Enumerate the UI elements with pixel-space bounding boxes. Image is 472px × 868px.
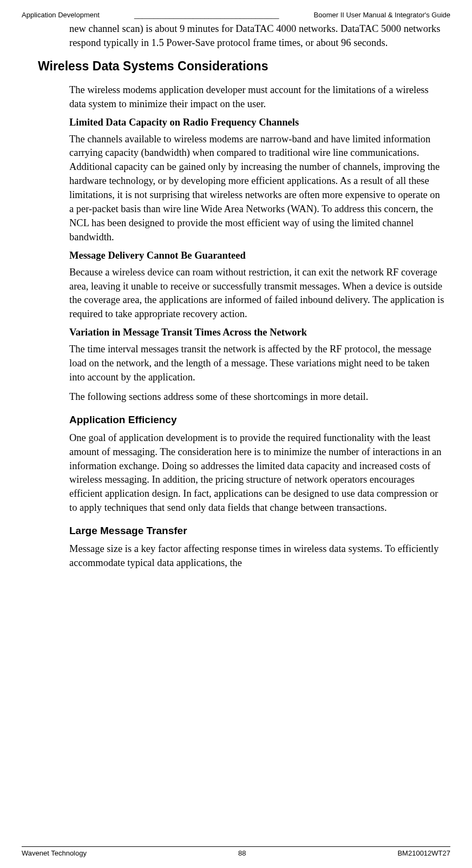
section-heading-wireless: Wireless Data Systems Considerations bbox=[38, 59, 445, 74]
page-footer: Wavenet Technology 88 BM210012WT27 bbox=[22, 846, 450, 857]
intro-paragraph: new channel scan) is about 9 minutes for… bbox=[69, 22, 445, 50]
bold-heading-message-delivery: Message Delivery Cannot Be Guaranteed bbox=[69, 250, 445, 261]
paragraph-2: The channels available to wireless modem… bbox=[69, 133, 445, 245]
bold-heading-variation: Variation in Message Transit Times Acros… bbox=[69, 327, 445, 338]
paragraph-1: The wireless modems application develope… bbox=[69, 83, 445, 111]
header-section-title: Application Development bbox=[22, 11, 100, 19]
paragraph-6: One goal of application development is t… bbox=[69, 431, 445, 515]
paragraph-7: Message size is a key factor affecting r… bbox=[69, 542, 445, 570]
footer-doc-id: BM210012WT27 bbox=[397, 849, 450, 857]
footer-company: Wavenet Technology bbox=[22, 849, 87, 857]
header-doc-title: Boomer II User Manual & Integrator's Gui… bbox=[314, 11, 450, 19]
header-separator: _____________________________________ bbox=[134, 11, 279, 19]
paragraph-4: The time interval messages transit the n… bbox=[69, 343, 445, 385]
bold-heading-limited-data: Limited Data Capacity on Radio Frequency… bbox=[69, 117, 445, 128]
page-content: new channel scan) is about 9 minutes for… bbox=[22, 22, 450, 570]
paragraph-5: The following sections address some of t… bbox=[69, 390, 445, 404]
page-header: Application Development ________________… bbox=[22, 11, 450, 19]
subsection-large-message: Large Message Transfer bbox=[69, 525, 445, 537]
subsection-app-efficiency: Application Efficiency bbox=[69, 414, 445, 426]
footer-page-number: 88 bbox=[238, 849, 246, 857]
paragraph-3: Because a wireless device can roam witho… bbox=[69, 266, 445, 322]
